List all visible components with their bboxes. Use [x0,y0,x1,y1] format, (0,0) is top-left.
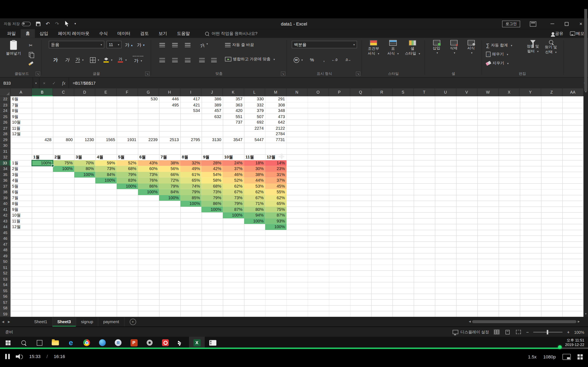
cell-M23[interactable]: 308 [265,102,286,108]
cell-L24[interactable]: 379 [244,108,265,114]
row-header-28[interactable]: 28 [0,131,10,137]
cell-A33[interactable]: 1월 [10,160,32,166]
display-settings-button[interactable]: 디스플레이 설정 [452,329,489,334]
row-header-34[interactable]: 34 [0,166,10,172]
cell-M24[interactable]: 348 [265,108,286,114]
ribbon-tab-페이지 레이아웃[interactable]: 페이지 레이아웃 [53,29,94,38]
column-header-AA[interactable]: AA [562,88,584,96]
alignment-dialog-launcher[interactable]: ↘ [281,72,285,76]
column-header-M[interactable]: M [265,88,286,96]
insert-cells-button[interactable]: 삽입▾ [428,40,445,55]
cell-K37[interactable]: 62% [223,183,244,189]
cell-I23[interactable]: 421 [180,102,201,108]
qat-customize-icon[interactable]: ▾ [75,22,76,25]
cell-D29[interactable]: 1230 [74,137,95,142]
row-header-54[interactable]: 54 [0,282,10,288]
column-header-E[interactable]: E [95,88,117,96]
cell-J38[interactable]: 73% [201,189,223,195]
cell-D34[interactable]: 80% [74,166,95,172]
ribbon-tab-홈[interactable]: 홈 [21,29,35,38]
cell-A25[interactable]: 9월 [10,114,32,119]
taskbar-r-studio-icon[interactable]: R [110,337,126,349]
cell-K42[interactable]: 100% [223,212,244,218]
cell-B32[interactable]: 1월 [32,154,53,160]
cell-F37[interactable]: 100% [117,183,138,189]
ribbon-tab-도움말[interactable]: 도움말 [172,29,195,38]
zoom-in-button[interactable]: + [567,329,570,334]
sheet-grid[interactable] [10,96,584,317]
font-size-select[interactable]: 11▾ [107,41,121,48]
comma-style-button[interactable]: , [319,56,329,64]
column-header-Z[interactable]: Z [541,88,562,96]
taskbar-file-explorer-icon[interactable] [47,337,63,349]
format-painter-button[interactable] [26,59,35,67]
cell-M40[interactable]: 65% [265,201,286,206]
underline-button[interactable]: 가▾ [74,56,85,64]
cell-L22[interactable]: 330 [244,96,265,102]
decrease-decimal-button[interactable]: .0→ [343,56,353,64]
zoom-slider-knob[interactable] [547,330,548,334]
cell-L38[interactable]: 62% [244,189,265,195]
column-header-T[interactable]: T [414,88,435,96]
cell-I29[interactable]: 2795 [180,137,201,142]
column-header-H[interactable]: H [159,88,180,96]
cell-M37[interactable]: 45% [265,183,286,189]
row-header-31[interactable]: 31 [0,149,10,154]
cell-K33[interactable]: 24% [223,160,244,166]
cell-I34[interactable]: 49% [180,166,201,172]
row-header-38[interactable]: 38 [0,189,10,195]
cell-L37[interactable]: 53% [244,183,265,189]
formula-input[interactable]: =B17/$B$17 [69,77,581,89]
cell-L43[interactable]: 100% [244,218,265,224]
cell-A27[interactable]: 11월 [10,125,32,131]
cell-A39[interactable]: 7월 [10,195,32,201]
fill-color-button[interactable]: ▾ [103,56,113,64]
cell-B33[interactable]: 100% [32,160,53,166]
column-header-S[interactable]: S [393,88,414,96]
hscroll-left-icon[interactable]: ◀ [469,320,471,323]
cell-G38[interactable]: 100% [138,189,159,195]
picture-in-picture-icon[interactable] [562,354,571,360]
sort-filter-button[interactable]: 정렬 및필터 ▾ [524,40,541,54]
cell-H35[interactable]: 66% [159,172,180,177]
cell-I35[interactable]: 61% [180,172,201,177]
font-name-select[interactable]: 돋움▾ [49,41,104,48]
cell-J29[interactable]: 3130 [201,137,223,142]
taskbar-excel-icon[interactable]: X [189,337,205,349]
cell-L32[interactable]: 11월 [244,154,265,160]
column-header-O[interactable]: O [308,88,329,96]
cell-L41[interactable]: 80% [244,207,265,212]
cell-K29[interactable]: 3547 [223,137,244,142]
row-header-22[interactable]: 22 [0,96,10,102]
cell-F33[interactable]: 52% [117,160,138,166]
cell-M25[interactable]: 473 [265,114,286,119]
cell-K24[interactable]: 420 [223,108,244,114]
row-header-49[interactable]: 49 [0,253,10,259]
cell-J23[interactable]: 389 [201,102,223,108]
cell-H38[interactable]: 84% [159,189,180,195]
zoom-slider[interactable] [533,332,562,332]
sheet-nav-left-icon[interactable]: ◀ [0,320,6,323]
taskbar-media-player-icon[interactable] [173,337,189,349]
row-header-47[interactable]: 47 [0,242,10,247]
cell-K25[interactable]: 551 [223,114,244,119]
cell-I32[interactable]: 8월 [180,154,201,160]
vertical-scroll-thumb[interactable] [584,9,587,91]
cell-H23[interactable]: 495 [159,102,180,108]
page-break-view-button[interactable] [515,329,522,335]
redo-icon[interactable]: ↷ [55,21,59,26]
cell-J24[interactable]: 457 [201,108,223,114]
cell-J41[interactable]: 100% [201,207,223,212]
cell-I39[interactable]: 85% [180,195,201,201]
accounting-format-button[interactable]: ₩▾ [292,56,304,64]
column-header-Q[interactable]: Q [350,88,371,96]
cell-L36[interactable]: 44% [244,178,265,183]
decrease-indent-button[interactable] [196,56,207,64]
cell-M34[interactable]: 23% [265,166,286,172]
cell-G29[interactable]: 2239 [138,137,159,142]
cell-C34[interactable]: 100% [53,166,74,172]
column-header-B[interactable]: B [32,88,53,96]
cell-G34[interactable]: 60% [138,166,159,172]
number-dialog-launcher[interactable]: ↘ [356,72,360,76]
scroll-down-icon[interactable]: ▼ [585,312,587,316]
